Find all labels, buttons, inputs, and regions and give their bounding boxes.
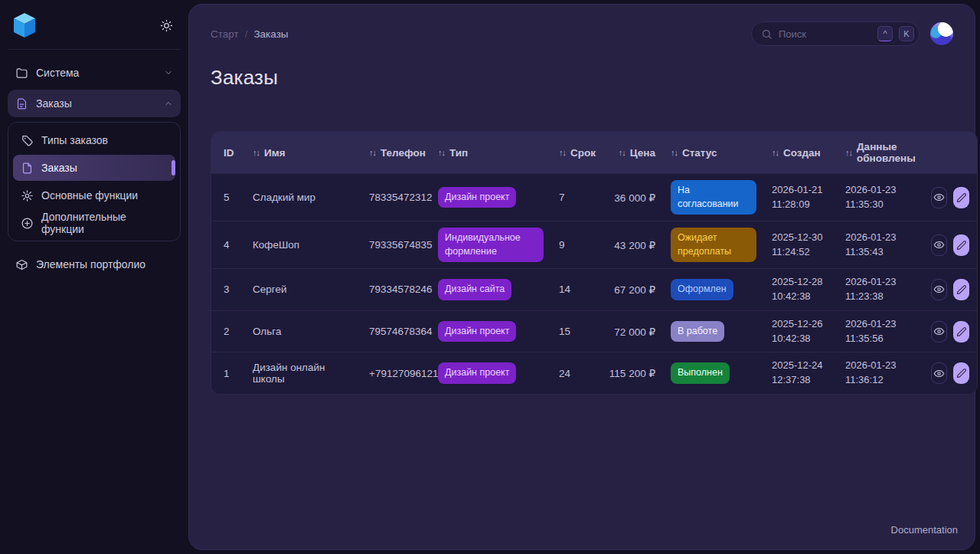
column-header-type[interactable]: ↑↓Тип (430, 132, 551, 174)
submenu-item-zakazy[interactable]: Заказы (13, 155, 175, 181)
sort-icon: ↑↓ (369, 148, 376, 157)
cell-phone: +79127096121 (361, 352, 430, 394)
cell-phone: 78335472312 (361, 174, 430, 221)
edit-button[interactable] (953, 321, 969, 343)
chevron-down-icon (164, 68, 173, 77)
main-panel: Старт / Заказы ^ K Заказы ID ↑↓Имя (188, 4, 975, 550)
sort-icon: ↑↓ (845, 148, 852, 157)
cell-price: 67 200 ₽ (600, 269, 663, 311)
cell-name: Сергей (245, 269, 361, 311)
sidebar-submenu: Типы заказов Заказы Основные функции Д (8, 122, 181, 241)
cell-name: Дизайн онлайн школы (245, 352, 361, 394)
column-header-price[interactable]: ↑↓Цена (600, 132, 663, 174)
breadcrumb-separator: / (245, 28, 248, 40)
submenu-item-label: Дополнительные функции (41, 211, 168, 235)
cell-updated: 2026-01-2311:35:43 (838, 221, 923, 269)
column-header-term[interactable]: ↑↓Срок (551, 132, 600, 174)
tag-icon (21, 134, 34, 147)
pencil-icon (956, 368, 967, 379)
sort-icon: ↑↓ (253, 148, 260, 157)
submenu-item-label: Основные функции (41, 189, 138, 202)
status-badge: Ожидает предоплаты (671, 228, 756, 262)
status-badge: Оформлен (671, 279, 733, 300)
sidebar-header (8, 11, 181, 50)
submenu-item-tipy-zakazov[interactable]: Типы заказов (13, 127, 175, 153)
view-button[interactable] (931, 362, 947, 384)
view-button[interactable] (931, 279, 947, 300)
documentation-link[interactable]: Documentation (891, 524, 958, 536)
cell-created: 2025-12-2810:42:38 (764, 269, 838, 311)
view-button[interactable] (931, 321, 947, 343)
page-title: Заказы (211, 66, 953, 90)
table-row: 2 Ольга 79574678364 Дизайн проект 15 72 … (211, 310, 977, 352)
column-header-status[interactable]: ↑↓Статус (663, 132, 764, 174)
user-avatar[interactable] (930, 22, 953, 45)
cell-type: Дизайн проект (430, 352, 551, 394)
topbar-right: ^ K (751, 21, 953, 46)
cell-term: 15 (551, 310, 600, 352)
cell-actions (923, 269, 977, 311)
cell-term: 9 (551, 221, 600, 269)
edit-button[interactable] (953, 279, 969, 300)
status-badge: В работе (671, 321, 724, 343)
edit-button[interactable] (953, 362, 969, 384)
cell-status: В работе (663, 310, 764, 352)
package-icon (15, 258, 28, 271)
cell-id: 5 (211, 174, 245, 221)
cell-price: 36 000 ₽ (600, 174, 663, 221)
sort-icon: ↑↓ (559, 148, 566, 157)
breadcrumb: Старт / Заказы (211, 28, 289, 40)
cell-actions (923, 352, 977, 394)
cell-actions (923, 174, 977, 221)
sort-icon: ↑↓ (619, 148, 626, 157)
status-badge: На согласовании (671, 180, 756, 215)
active-indicator (172, 160, 175, 175)
theme-toggle-sun-icon[interactable] (156, 15, 176, 35)
sidebar-item-portfolio[interactable]: Элементы портфолио (8, 251, 181, 278)
view-button[interactable] (931, 234, 947, 256)
type-badge: Дизайн проект (438, 321, 516, 343)
cell-type: Дизайн сайта (430, 269, 551, 311)
eye-icon (933, 284, 945, 295)
table-row: 5 Сладкий мир 78335472312 Дизайн проект … (211, 174, 977, 221)
sidebar-item-sistema[interactable]: Система (8, 59, 181, 87)
edit-button[interactable] (953, 187, 969, 208)
breadcrumb-current: Заказы (253, 28, 288, 40)
eye-icon (933, 368, 945, 379)
table-row: 3 Сергей 79334578246 Дизайн сайта 14 67 … (211, 269, 977, 311)
cell-actions (923, 310, 977, 352)
cell-created: 2025-12-2610:42:38 (764, 310, 838, 352)
table-row: 4 КофеШоп 79335674835 Индивидуальное фор… (211, 221, 977, 269)
submenu-item-osnovnye-funkcii[interactable]: Основные функции (13, 182, 175, 208)
pencil-icon (956, 240, 967, 251)
column-header-phone[interactable]: ↑↓Телефон (361, 132, 430, 174)
document-icon (15, 97, 28, 110)
cell-updated: 2026-01-2311:35:56 (838, 310, 923, 352)
pencil-icon (956, 284, 967, 295)
cell-price: 72 000 ₽ (600, 310, 663, 352)
sidebar-item-zakazy[interactable]: Заказы (8, 90, 181, 117)
eye-icon (933, 239, 945, 251)
submenu-item-dopolnitelnye-funkcii[interactable]: Дополнительные функции (13, 210, 175, 236)
cell-updated: 2026-01-2311:35:30 (838, 174, 923, 221)
breadcrumb-root-link[interactable]: Старт (211, 28, 239, 40)
app-logo-cube-icon[interactable] (12, 12, 37, 38)
sidebar: Система Заказы Типы заказов (0, 0, 188, 554)
plus-circle-icon (21, 217, 34, 230)
view-button[interactable] (931, 187, 947, 208)
cell-id: 3 (211, 269, 245, 311)
cell-name: КофеШоп (245, 221, 361, 269)
gear-icon (21, 189, 34, 202)
kbd-k-hint: K (899, 26, 914, 41)
search-box[interactable]: ^ K (751, 21, 920, 46)
cell-id: 4 (211, 221, 245, 269)
column-header-created[interactable]: ↑↓Создан (764, 132, 838, 174)
column-header-name[interactable]: ↑↓Имя (245, 132, 361, 174)
search-input[interactable] (779, 28, 871, 40)
edit-button[interactable] (953, 234, 969, 256)
submenu-item-label: Типы заказов (41, 134, 108, 146)
cell-phone: 79574678364 (361, 310, 430, 352)
type-badge: Дизайн проект (438, 187, 516, 208)
column-header-updated[interactable]: ↑↓Данные обновлены (838, 132, 923, 174)
pencil-icon (956, 326, 967, 337)
